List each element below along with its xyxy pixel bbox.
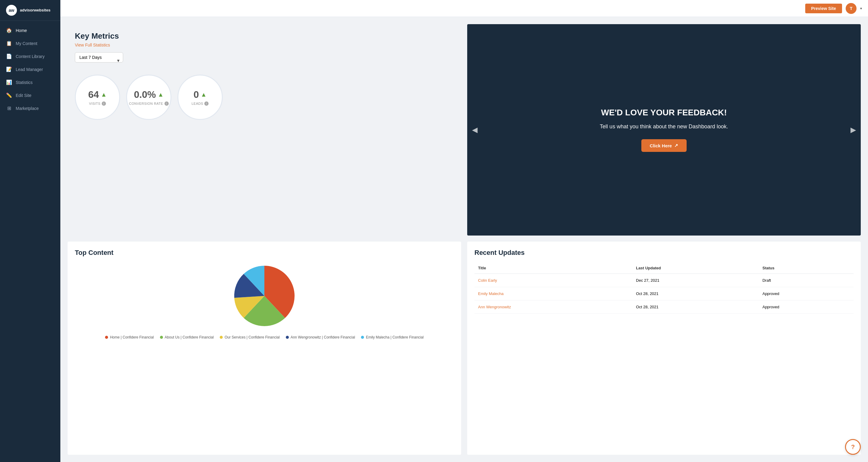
feedback-banner: ◀ WE'D LOVE YOUR FEEDBACK! Tell us what … — [467, 24, 861, 235]
main-container: Preview Site T ▾ Key Metrics View Full S… — [60, 0, 868, 462]
content-library-icon: 📄 — [6, 53, 12, 59]
statistics-icon: 📊 — [6, 79, 12, 85]
legend-label: About Us | Confidere Financial — [165, 335, 214, 339]
sidebar-label-content-library: Content Library — [16, 54, 45, 59]
update-title-link[interactable]: Colin Early — [478, 278, 497, 283]
feedback-title: WE'D LOVE YOUR FEEDBACK! — [601, 108, 727, 118]
legend-label: Our Services | Confidere Financial — [224, 335, 280, 339]
legend-item: Emily Malecha | Confidere Financial — [361, 335, 424, 339]
my-content-icon: 📋 — [6, 40, 12, 46]
metric-label-visits: VISITS i — [89, 102, 106, 106]
banner-next-arrow[interactable]: ▶ — [850, 125, 856, 134]
info-icon-conversion[interactable]: i — [164, 102, 169, 106]
updates-table-header: TitleLast UpdatedStatus — [474, 263, 854, 273]
metric-value-leads: 0 ▲ — [193, 89, 207, 100]
metric-circle-visits: 64 ▲ VISITS i — [75, 75, 120, 120]
pie-chart-container: Home | Confidere FinancialAbout Us | Con… — [75, 263, 454, 339]
update-status: Draft — [759, 273, 854, 287]
update-date: Oct 28, 2021 — [632, 300, 759, 313]
key-metrics-title: Key Metrics — [75, 31, 454, 41]
days-dropdown[interactable]: Last 7 DaysLast 30 DaysLast 90 Days — [75, 52, 123, 62]
pie-chart — [231, 263, 298, 329]
trend-up-icon-visits: ▲ — [101, 91, 107, 98]
info-icon-visits[interactable]: i — [102, 102, 106, 106]
sidebar-item-statistics[interactable]: 📊Statistics — [0, 76, 60, 89]
updates-table: TitleLast UpdatedStatus Colin Early Dec … — [474, 263, 854, 314]
sidebar-label-statistics: Statistics — [16, 80, 33, 85]
update-date: Oct 28, 2021 — [632, 287, 759, 300]
legend-item: Our Services | Confidere Financial — [220, 335, 280, 339]
metric-label-conversion: CONVERSION RATE i — [129, 102, 168, 106]
top-content-section: Top Content Home | Confidere FinancialAb… — [68, 241, 461, 455]
metric-value-conversion: 0.0% ▲ — [134, 89, 164, 100]
click-here-label: Click Here — [650, 143, 672, 148]
logo-text: advisorwebsites — [20, 8, 51, 13]
sidebar-label-home: Home — [16, 28, 27, 33]
banner-prev-arrow[interactable]: ◀ — [472, 125, 477, 134]
sidebar-item-lead-manager[interactable]: 📝Lead Manager — [0, 63, 60, 76]
key-metrics-section: Key Metrics View Full Statistics Last 7 … — [68, 24, 461, 235]
sidebar-item-edit-site[interactable]: ✏️Edit Site — [0, 89, 60, 102]
sidebar-label-lead-manager: Lead Manager — [16, 67, 43, 72]
legend-label: Ann Wengronowitz | Confidere Financial — [291, 335, 355, 339]
trend-up-icon-conversion: ▲ — [158, 91, 164, 98]
logo-icon: aw — [6, 5, 17, 16]
sidebar-label-my-content: My Content — [16, 41, 37, 46]
table-row: Colin Early Dec 27, 2021 Draft — [474, 273, 854, 287]
days-dropdown-wrapper: Last 7 DaysLast 30 DaysLast 90 Days — [75, 52, 123, 68]
update-title-link[interactable]: Emily Malecha — [478, 291, 504, 296]
trend-up-icon-leads: ▲ — [201, 91, 207, 98]
table-row: Emily Malecha Oct 28, 2021 Approved — [474, 287, 854, 300]
chart-legend: Home | Confidere FinancialAbout Us | Con… — [105, 335, 424, 339]
marketplace-icon: ⊞ — [6, 106, 12, 111]
top-header: Preview Site T ▾ — [60, 0, 868, 17]
legend-item: About Us | Confidere Financial — [160, 335, 214, 339]
col-header-status: Status — [759, 263, 854, 273]
metric-circle-leads: 0 ▲ LEADS i — [178, 75, 223, 120]
edit-site-icon: ✏️ — [6, 92, 12, 98]
logo-area: aw advisorwebsites — [0, 0, 60, 21]
metric-circle-conversion: 0.0% ▲ CONVERSION RATE i — [126, 75, 172, 120]
update-date: Dec 27, 2021 — [632, 273, 759, 287]
home-icon: 🏠 — [6, 27, 12, 33]
chevron-down-icon[interactable]: ▾ — [860, 6, 862, 10]
col-header-title: Title — [474, 263, 632, 273]
legend-dot — [361, 336, 364, 339]
sidebar-item-marketplace[interactable]: ⊞Marketplace — [0, 102, 60, 115]
update-title-link[interactable]: Ann Wengronowitz — [478, 305, 511, 309]
info-icon-leads[interactable]: i — [204, 102, 209, 106]
help-button[interactable]: ? — [845, 439, 861, 455]
top-content-title: Top Content — [75, 249, 454, 257]
legend-item: Home | Confidere Financial — [105, 335, 154, 339]
content-area: Key Metrics View Full Statistics Last 7 … — [60, 17, 868, 462]
metric-label-leads: LEADS i — [192, 102, 209, 106]
view-full-statistics-link[interactable]: View Full Statistics — [75, 42, 454, 48]
sidebar-label-edit-site: Edit Site — [16, 93, 31, 98]
preview-site-button[interactable]: Preview Site — [805, 4, 842, 13]
update-status: Approved — [759, 300, 854, 313]
feedback-subtitle: Tell us what you think about the new Das… — [600, 123, 728, 131]
header-row: TitleLast UpdatedStatus — [474, 263, 854, 273]
legend-dot — [286, 336, 289, 339]
recent-updates-section: Recent Updates TitleLast UpdatedStatus C… — [467, 241, 861, 455]
sidebar-item-home[interactable]: 🏠Home — [0, 24, 60, 37]
avatar[interactable]: T — [846, 3, 857, 14]
table-row: Ann Wengronowitz Oct 28, 2021 Approved — [474, 300, 854, 313]
legend-item: Ann Wengronowitz | Confidere Financial — [286, 335, 355, 339]
click-here-button[interactable]: Click Here ↗ — [641, 139, 687, 152]
updates-table-body: Colin Early Dec 27, 2021 Draft Emily Mal… — [474, 273, 854, 314]
sidebar-item-content-library[interactable]: 📄Content Library — [0, 50, 60, 63]
legend-dot — [160, 336, 163, 339]
lead-manager-icon: 📝 — [6, 66, 12, 72]
sidebar: aw advisorwebsites 🏠Home📋My Content📄Cont… — [0, 0, 60, 462]
sidebar-item-my-content[interactable]: 📋My Content — [0, 37, 60, 50]
update-title: Emily Malecha — [474, 287, 632, 300]
legend-dot — [220, 336, 223, 339]
sidebar-nav: 🏠Home📋My Content📄Content Library📝Lead Ma… — [0, 21, 60, 462]
legend-label: Emily Malecha | Confidere Financial — [366, 335, 424, 339]
legend-dot — [105, 336, 108, 339]
metric-value-visits: 64 ▲ — [88, 89, 106, 100]
col-header-last-updated: Last Updated — [632, 263, 759, 273]
update-status: Approved — [759, 287, 854, 300]
update-title: Colin Early — [474, 273, 632, 287]
